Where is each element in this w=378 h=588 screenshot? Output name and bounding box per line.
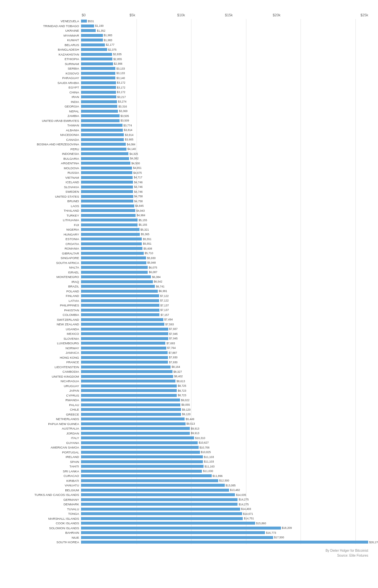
bar-row: IRAN$3,217 bbox=[10, 95, 368, 99]
bar: $11,896 bbox=[81, 474, 212, 477]
bar-row: VENEZUELA$531 bbox=[10, 19, 368, 23]
bar-area: $4,717 bbox=[81, 175, 368, 180]
bar-row: CAMBODIA$8,327 bbox=[10, 369, 368, 374]
bar-row: LIECHTENSTEIN$8,164 bbox=[10, 365, 368, 369]
country-name: GERMANY bbox=[10, 498, 81, 501]
bar-value-label: $4,758 bbox=[134, 195, 143, 198]
bar-value-label: $3,274 bbox=[118, 100, 126, 103]
bar-row: BAHRAIN$16,773 bbox=[10, 531, 368, 535]
bar-value-label: $5,948 bbox=[147, 261, 156, 264]
bar-row: BRUNEI$4,758 bbox=[10, 199, 368, 203]
bar-row: SLOVAKIA$4,746 bbox=[10, 185, 368, 189]
bar-value-label: $15,860 bbox=[256, 522, 266, 525]
bar: $5,155 bbox=[81, 219, 138, 221]
country-name: NETHERLANDS bbox=[10, 417, 81, 421]
bar-row: MONTENEGRO$6,384 bbox=[10, 275, 368, 279]
bar-row: SAUDI ARABIA$3,172 bbox=[10, 81, 368, 85]
bar-value-label: $7,494 bbox=[164, 318, 173, 321]
bar-area: $8,723 bbox=[81, 393, 368, 398]
bar-value-label: $3,217 bbox=[117, 95, 126, 99]
country-name: LAOS bbox=[10, 204, 81, 208]
bar-area: $8,327 bbox=[81, 369, 368, 374]
bar-value-label: $4,746 bbox=[134, 190, 142, 193]
bar-value-label: $3,172 bbox=[117, 86, 125, 89]
bar-row: SPAIN$11,103 bbox=[10, 460, 368, 464]
bar-area: $4,382 bbox=[81, 156, 368, 161]
bar-row: VIETNAM$4,717 bbox=[10, 175, 368, 180]
bar-area: $7,930 bbox=[81, 355, 368, 360]
country-name: LATVIA bbox=[10, 299, 81, 302]
bar-area: $7,137 bbox=[81, 303, 368, 307]
bar-value-label: $4,651 bbox=[133, 166, 141, 170]
bar-row: CROATIA$5,551 bbox=[10, 242, 368, 246]
bar-value-label: $8,723 bbox=[178, 394, 186, 397]
country-name: LITHUANIA bbox=[10, 218, 81, 222]
bar: $3,774 bbox=[81, 124, 123, 127]
bar-value-label: $8,725 bbox=[178, 384, 186, 387]
bar-area: $7,494 bbox=[81, 318, 368, 322]
bar: $5,551 bbox=[81, 242, 142, 245]
bars-wrapper: VENEZUELA$531TRINIDAD AND TOBAGO$1,190UK… bbox=[10, 19, 368, 544]
bar: $5,155 bbox=[81, 223, 138, 226]
bar: $7,157 bbox=[81, 313, 159, 316]
bar: $3,914 bbox=[81, 133, 124, 136]
bar-row: VANUATU$13,085 bbox=[10, 483, 368, 487]
bar-value-label: $17,500 bbox=[274, 536, 284, 539]
country-name: FIJI bbox=[10, 223, 81, 227]
country-name: LUXEMBOURG bbox=[10, 341, 81, 345]
bar-area: $3,914 bbox=[81, 133, 368, 137]
bar-area: $1,190 bbox=[81, 24, 368, 28]
bar: $531 bbox=[81, 20, 87, 23]
bar-row: LUXEMBOURG$7,693 bbox=[10, 341, 368, 345]
bar-value-label: $4,758 bbox=[134, 200, 143, 203]
country-name: MEXICO bbox=[10, 332, 81, 335]
bar: $7,693 bbox=[81, 342, 165, 345]
bar-row: PALAU$9,055 bbox=[10, 403, 368, 407]
bar-value-label: $4,984 bbox=[137, 214, 145, 217]
bar-value-label: $5,321 bbox=[140, 228, 149, 231]
bar-area: $10,627 bbox=[81, 441, 368, 445]
bar-area: $2,906 bbox=[81, 62, 368, 66]
bar-row: ICELAND$4,746 bbox=[10, 180, 368, 184]
bar-row: ITALY$10,310 bbox=[10, 436, 368, 440]
bar-row: FINLAND$7,122 bbox=[10, 294, 368, 298]
country-name: FINLAND bbox=[10, 294, 81, 298]
bar-area: $5,948 bbox=[81, 261, 368, 265]
bar: $7,122 bbox=[81, 299, 159, 302]
country-name: MALTA bbox=[10, 266, 81, 269]
bar-value-label: $26,170 bbox=[369, 541, 378, 544]
axis-label-4: $20k bbox=[273, 13, 320, 17]
bar-value-label: $3,133 bbox=[116, 67, 125, 70]
bar-value-label: $7,887 bbox=[169, 351, 177, 354]
country-name: HUNGARY bbox=[10, 233, 81, 236]
bar-value-label: $7,157 bbox=[160, 313, 169, 317]
bar-area: $3,133 bbox=[81, 66, 368, 71]
bar-row: URUGUAY$8,725 bbox=[10, 384, 368, 388]
bar: $7,137 bbox=[81, 309, 159, 312]
bar-row: CANADA$3,905 bbox=[10, 138, 368, 142]
bar-row: GUYANA$10,627 bbox=[10, 441, 368, 445]
country-name: CHILE bbox=[10, 408, 81, 411]
bar: $5,321 bbox=[81, 228, 140, 231]
country-name: PAPUA NEW GUINEA bbox=[10, 422, 81, 426]
country-name: BRAZIL bbox=[10, 285, 81, 288]
country-name: SOUTH AFRICA bbox=[10, 261, 81, 265]
bar-value-label: $14,671 bbox=[243, 512, 253, 515]
country-name: NIGERIA bbox=[10, 228, 81, 231]
bar: $13,482 bbox=[81, 489, 229, 492]
country-name: UNITED ARAB EMIRATES bbox=[10, 119, 81, 122]
bar: $14,671 bbox=[81, 512, 242, 515]
bar-value-label: $4,943 bbox=[136, 209, 145, 212]
bar-area: $9,513 bbox=[81, 422, 368, 426]
country-name: GIBRALTAR bbox=[10, 252, 81, 255]
bar-row: FRANCE$7,930 bbox=[10, 360, 368, 364]
bar: $10,627 bbox=[81, 441, 198, 444]
bar: $3,172 bbox=[81, 86, 116, 89]
bar-area: $8,613 bbox=[81, 379, 368, 383]
bar-value-label: $7,945 bbox=[169, 337, 178, 340]
bar-value-label: $11,896 bbox=[213, 474, 223, 478]
bar-area: $7,157 bbox=[81, 313, 368, 317]
country-name: NEPAL bbox=[10, 109, 81, 113]
bar-row: PAPUA NEW GUINEA$9,513 bbox=[10, 422, 368, 426]
bar-area: $6,384 bbox=[81, 275, 368, 279]
